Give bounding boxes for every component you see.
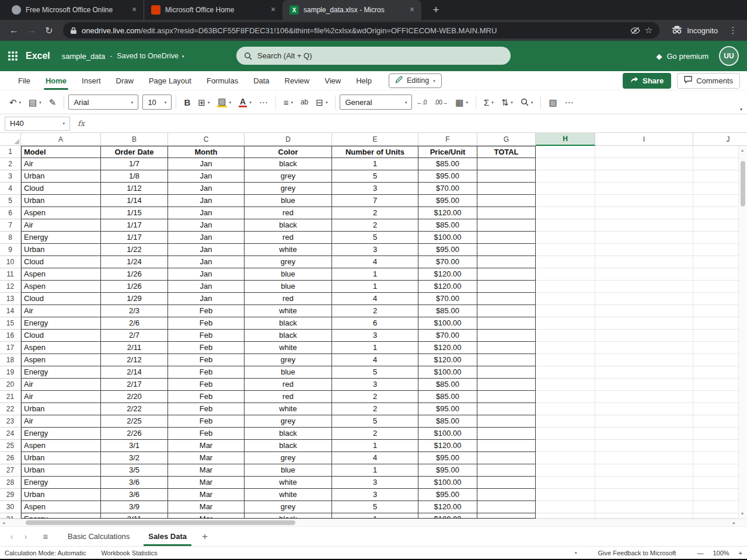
menu-tab-view[interactable]: View — [317, 71, 348, 90]
cell-I10[interactable] — [595, 256, 693, 268]
row-header-3[interactable]: 3 — [0, 170, 21, 183]
column-header-E[interactable]: E — [332, 133, 418, 146]
cell-E3[interactable]: 5 — [332, 170, 418, 183]
tab-close-icon[interactable]: × — [130, 5, 139, 15]
cell-E23[interactable]: 5 — [332, 415, 418, 428]
cell-B23[interactable]: 2/25 — [101, 415, 168, 428]
cell-F10[interactable]: $70.00 — [418, 256, 477, 268]
cell-E11[interactable]: 1 — [332, 268, 418, 281]
cell-H13[interactable] — [536, 293, 595, 305]
find-button[interactable]: ▾ — [517, 93, 537, 111]
cell-F9[interactable]: $95.00 — [418, 244, 477, 256]
zoom-level[interactable]: 100% — [713, 550, 729, 556]
cell-B19[interactable]: 2/14 — [101, 366, 168, 379]
cell-E15[interactable]: 6 — [332, 317, 418, 330]
cell-I18[interactable] — [595, 354, 693, 366]
cell-D5[interactable]: blue — [245, 195, 332, 207]
cell-H4[interactable] — [536, 183, 595, 195]
menu-tab-review[interactable]: Review — [277, 71, 317, 90]
cell-G23[interactable] — [477, 415, 536, 428]
saved-status[interactable]: Saved to OneDrive ▾ — [117, 52, 184, 60]
cell-A19[interactable]: Energy — [21, 366, 101, 379]
cell-F16[interactable]: $70.00 — [418, 330, 477, 342]
cell-F12[interactable]: $120.00 — [418, 281, 477, 293]
column-header-H[interactable]: H — [536, 133, 595, 146]
cell-C31[interactable]: Mar — [168, 513, 245, 519]
cell-D14[interactable]: white — [245, 305, 332, 317]
cell-I23[interactable] — [595, 415, 693, 428]
zoom-out-button[interactable]: — — [697, 550, 703, 556]
row-header-26[interactable]: 26 — [0, 452, 21, 464]
cell-E2[interactable]: 1 — [332, 158, 418, 170]
row-header-15[interactable]: 15 — [0, 317, 21, 330]
cell-D30[interactable]: grey — [245, 501, 332, 513]
cell-G22[interactable] — [477, 403, 536, 415]
cell-C17[interactable]: Feb — [168, 342, 245, 354]
menu-tab-insert[interactable]: Insert — [74, 71, 109, 90]
scroll-down-icon[interactable]: ▾ — [741, 512, 743, 516]
cell-B26[interactable]: 3/2 — [101, 452, 168, 464]
formula-input[interactable] — [92, 114, 747, 132]
row-header-31[interactable]: 31 — [0, 513, 21, 519]
address-bar[interactable]: onedrive.live.com/edit.aspx?resid=D63BCF… — [63, 22, 659, 38]
cell-F3[interactable]: $95.00 — [418, 170, 477, 183]
cell-D15[interactable]: black — [245, 317, 332, 330]
cell-A24[interactable]: Energy — [21, 428, 101, 440]
cell-E8[interactable]: 5 — [332, 232, 418, 244]
column-header-G[interactable]: G — [477, 133, 536, 146]
cell-C24[interactable]: Feb — [168, 428, 245, 440]
cell-D8[interactable]: red — [245, 232, 332, 244]
cell-C27[interactable]: Mar — [168, 464, 245, 477]
cell-H18[interactable] — [536, 354, 595, 366]
alignment-button[interactable]: ≡▾ — [280, 93, 296, 111]
calculation-mode[interactable]: Calculation Mode: Automatic — [5, 550, 86, 556]
cell-I24[interactable] — [595, 428, 693, 440]
cell-B7[interactable]: 1/17 — [101, 219, 168, 232]
fx-button[interactable]: fx — [70, 119, 92, 128]
cell-D26[interactable]: grey — [245, 452, 332, 464]
cell-D18[interactable]: grey — [245, 354, 332, 366]
cell-D12[interactable]: blue — [245, 281, 332, 293]
cell-B17[interactable]: 2/11 — [101, 342, 168, 354]
name-box[interactable]: H40 ▾ — [5, 117, 70, 131]
analyze-data-button[interactable]: ▧ — [545, 93, 560, 111]
cell-A11[interactable]: Aspen — [21, 268, 101, 281]
cell-F4[interactable]: $70.00 — [418, 183, 477, 195]
cell-H10[interactable] — [536, 256, 595, 268]
cell-A10[interactable]: Cloud — [21, 256, 101, 268]
cell-F17[interactable]: $120.00 — [418, 342, 477, 354]
cell-C16[interactable]: Feb — [168, 330, 245, 342]
cell-E29[interactable]: 3 — [332, 489, 418, 501]
cell-D10[interactable]: grey — [245, 256, 332, 268]
row-header-4[interactable]: 4 — [0, 183, 21, 195]
cell-G3[interactable] — [477, 170, 536, 183]
cell-F26[interactable]: $95.00 — [418, 452, 477, 464]
cell-A8[interactable]: Energy — [21, 232, 101, 244]
cell-I29[interactable] — [595, 489, 693, 501]
cell-E7[interactable]: 2 — [332, 219, 418, 232]
cell-A26[interactable]: Urban — [21, 452, 101, 464]
merge-cells-button[interactable]: ⊟▾ — [312, 93, 331, 111]
cell-G16[interactable] — [477, 330, 536, 342]
browser-tab[interactable]: Free Microsoft Office Online× — [5, 0, 144, 20]
cell-A15[interactable]: Energy — [21, 317, 101, 330]
all-sheets-menu-icon[interactable]: ≡ — [36, 531, 55, 541]
column-header-D[interactable]: D — [245, 133, 332, 146]
row-header-21[interactable]: 21 — [0, 391, 21, 403]
cell-A20[interactable]: Air — [21, 379, 101, 391]
cell-A14[interactable]: Air — [21, 305, 101, 317]
cell-C2[interactable]: Jan — [168, 158, 245, 170]
cell-B8[interactable]: 1/17 — [101, 232, 168, 244]
cell-I6[interactable] — [595, 207, 693, 219]
row-header-17[interactable]: 17 — [0, 342, 21, 354]
cell-H21[interactable] — [536, 391, 595, 403]
cell-E18[interactable]: 4 — [332, 354, 418, 366]
cell-H1[interactable] — [536, 146, 595, 158]
font-size-select[interactable]: 10▾ — [142, 94, 172, 110]
cell-A7[interactable]: Air — [21, 219, 101, 232]
cell-F21[interactable]: $85.00 — [418, 391, 477, 403]
cell-H2[interactable] — [536, 158, 595, 170]
cell-C8[interactable]: Jan — [168, 232, 245, 244]
row-header-13[interactable]: 13 — [0, 293, 21, 305]
cell-F23[interactable]: $85.00 — [418, 415, 477, 428]
